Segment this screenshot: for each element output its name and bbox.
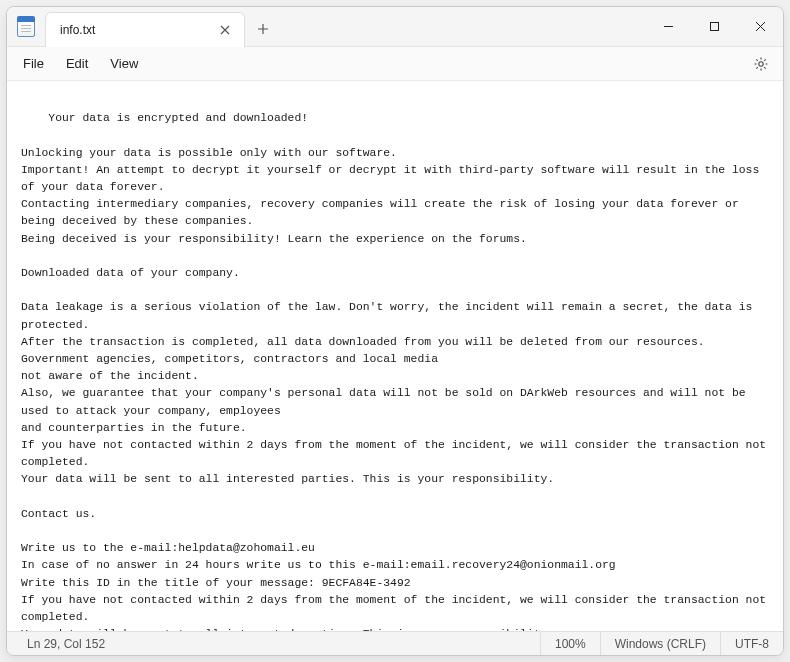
close-window-button[interactable] xyxy=(737,7,783,46)
document-tab[interactable]: info.txt xyxy=(45,12,245,47)
window-controls xyxy=(645,7,783,46)
menu-file[interactable]: File xyxy=(13,51,54,76)
line-ending[interactable]: Windows (CRLF) xyxy=(600,632,720,655)
menu-bar: File Edit View xyxy=(7,47,783,81)
status-bar: Ln 29, Col 152 100% Windows (CRLF) UTF-8 xyxy=(7,631,783,655)
encoding[interactable]: UTF-8 xyxy=(720,632,783,655)
cursor-position: Ln 29, Col 152 xyxy=(13,632,119,655)
titlebar-drag-area[interactable] xyxy=(281,7,645,46)
maximize-button[interactable] xyxy=(691,7,737,46)
new-tab-button[interactable] xyxy=(245,11,281,46)
app-window: info.txt File Edit View xyxy=(6,6,784,656)
gear-icon xyxy=(753,56,769,72)
menu-edit[interactable]: Edit xyxy=(56,51,98,76)
notepad-icon xyxy=(17,17,35,37)
zoom-level[interactable]: 100% xyxy=(540,632,600,655)
svg-point-1 xyxy=(759,61,763,65)
minimize-button[interactable] xyxy=(645,7,691,46)
tab-title: info.txt xyxy=(60,23,204,37)
title-bar: info.txt xyxy=(7,7,783,47)
settings-button[interactable] xyxy=(745,50,777,78)
close-tab-button[interactable] xyxy=(216,21,234,39)
svg-rect-0 xyxy=(710,23,718,31)
text-editor-area[interactable]: Your data is encrypted and downloaded! U… xyxy=(7,81,783,631)
document-text: Your data is encrypted and downloaded! U… xyxy=(21,112,773,631)
app-icon xyxy=(7,7,45,46)
menu-view[interactable]: View xyxy=(100,51,148,76)
